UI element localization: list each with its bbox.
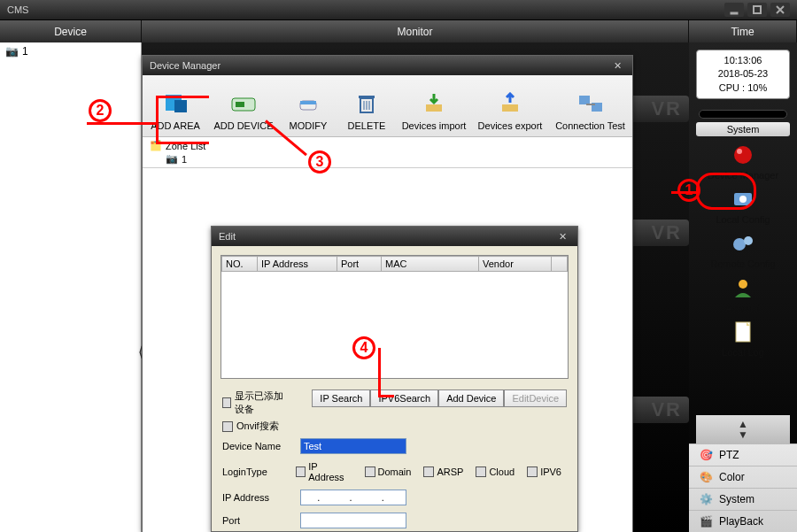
tab-monitor[interactable]: Monitor <box>142 20 689 42</box>
dialog-close-button[interactable]: ✕ <box>609 58 625 73</box>
tree-root-item[interactable]: 📷 1 <box>0 42 141 60</box>
close-button[interactable] <box>770 3 790 17</box>
system-section-label: System <box>696 122 790 136</box>
add-device-button[interactable]: ADD DEVICE <box>208 85 279 136</box>
zone-list-item[interactable]: 📷1 <box>150 152 625 166</box>
svg-rect-1 <box>754 6 761 13</box>
import-icon <box>401 89 467 119</box>
add-area-button[interactable]: ADD AREA <box>143 85 208 136</box>
export-icon <box>477 89 543 119</box>
device-icon: 📷 <box>166 153 178 165</box>
document-icon <box>729 319 757 345</box>
clock-box: 10:13:06 2018-05-23 CPU : 10% <box>696 50 790 99</box>
bottom-item-ptz[interactable]: 🎯PTZ <box>689 443 797 466</box>
dialog-title: Device Manager <box>150 60 221 71</box>
edit-device-button: EditDevice <box>504 389 567 407</box>
account-icon <box>729 274 757 301</box>
chevron-down-icon: ▼ <box>738 429 748 440</box>
top-tabs: Device Monitor Time <box>0 19 797 42</box>
svg-point-6 <box>733 238 746 251</box>
ip-address-input[interactable] <box>300 490 406 505</box>
minimize-button[interactable] <box>724 3 744 17</box>
svg-rect-22 <box>502 104 518 112</box>
color-icon: 🎨 <box>698 469 714 485</box>
login-type-arsp[interactable]: ARSP <box>423 466 463 477</box>
add-device-button-small[interactable]: Add Device <box>438 389 504 407</box>
tab-time[interactable]: Time <box>689 20 797 42</box>
system-icon: ⚙️ <box>698 491 714 507</box>
annotation-1: 1 <box>677 179 700 202</box>
clock-date: 2018-05-23 <box>699 67 787 81</box>
annotation-4: 4 <box>352 336 375 359</box>
svg-point-2 <box>734 146 752 164</box>
clock-cpu: CPU : 10% <box>699 81 787 95</box>
login-type-ipv6[interactable]: IPV6 <box>527 466 561 477</box>
trash-icon <box>343 89 391 119</box>
login-type-domain[interactable]: Domain <box>365 466 412 477</box>
col-no[interactable]: NO. <box>222 257 258 272</box>
app-titlebar: CMS <box>0 0 797 19</box>
playback-icon: 🎬 <box>698 513 714 529</box>
col-ip[interactable]: IP Address <box>258 257 337 272</box>
red-ball-icon <box>729 142 757 168</box>
bottom-item-system[interactable]: ⚙️System <box>689 488 797 510</box>
svg-point-8 <box>739 280 747 289</box>
device-manager-toolbar: ADD AREA ADD DEVICE MODIFY DELETE Device… <box>143 75 632 137</box>
checkbox-onvif[interactable] <box>222 421 233 432</box>
svg-rect-0 <box>731 12 738 14</box>
annotation-2: 2 <box>89 99 112 122</box>
right-sidebar: 10:13:06 2018-05-23 CPU : 10% System Dev… <box>689 42 797 532</box>
bottom-item-playback[interactable]: 🎬PlayBack <box>689 510 797 532</box>
svg-rect-17 <box>359 96 375 98</box>
annotation-1-ring <box>696 173 756 210</box>
add-device-icon <box>213 89 274 119</box>
device-name-input[interactable] <box>300 438 406 454</box>
device-name-label: Device Name <box>222 441 293 451</box>
login-type-ip[interactable]: IP Address <box>296 461 352 482</box>
scroll-arrows[interactable]: ▲ ▼ <box>696 415 790 443</box>
checkbox-show-added[interactable] <box>222 397 231 408</box>
search-results-table[interactable]: NO. IP Address Port MAC Vendor <box>221 255 569 379</box>
sidebar-item-local-log[interactable]: Local Log <box>696 317 790 359</box>
col-port[interactable]: Port <box>337 257 382 272</box>
devices-import-button[interactable]: Devices import <box>396 85 472 136</box>
port-input[interactable] <box>300 513 406 528</box>
devices-export-button[interactable]: Devices export <box>472 85 548 136</box>
login-type-label: LoginType <box>222 466 289 477</box>
separator <box>699 110 787 119</box>
connection-test-button[interactable]: Connection Test <box>548 85 632 136</box>
col-mac[interactable]: MAC <box>382 257 479 272</box>
edit-titlebar[interactable]: Edit ✕ <box>212 227 577 246</box>
sidebar-item-remote-config[interactable]: Remote Config <box>696 228 790 271</box>
login-type-cloud[interactable]: Cloud <box>476 466 515 477</box>
sidebar-item-account[interactable]: Account <box>696 273 790 315</box>
bottom-item-color[interactable]: 🎨Color <box>689 466 797 488</box>
svg-rect-11 <box>174 100 187 112</box>
zone-list-root[interactable]: 🗂️Zone List <box>150 139 625 152</box>
tab-device[interactable]: Device <box>0 20 142 42</box>
delete-button[interactable]: DELETE <box>337 85 396 136</box>
app-title: CMS <box>7 4 28 15</box>
port-label: Port <box>222 515 293 526</box>
svg-rect-13 <box>236 102 244 107</box>
svg-rect-23 <box>579 96 590 104</box>
eraser-icon <box>284 89 332 119</box>
maximize-button[interactable] <box>747 3 767 17</box>
zone-list: 🗂️Zone List 📷1 <box>143 137 632 168</box>
annotation-3: 3 <box>308 150 331 173</box>
svg-rect-21 <box>426 104 442 112</box>
edit-close-button[interactable]: ✕ <box>554 229 570 243</box>
device-tree-panel: 📷 1 ⟨ <box>0 42 142 532</box>
svg-point-7 <box>744 236 753 245</box>
dialog-titlebar[interactable]: Device Manager ✕ <box>143 56 632 75</box>
clock-time: 10:13:06 <box>699 54 787 67</box>
modify-button[interactable]: MODIFY <box>279 85 337 136</box>
remote-icon <box>729 230 757 257</box>
col-blank <box>552 257 568 272</box>
ptz-icon: 🎯 <box>698 447 714 463</box>
connection-icon <box>553 89 627 119</box>
ip-search-button[interactable]: IP Search <box>312 389 370 407</box>
col-vendor[interactable]: Vendor <box>479 257 552 272</box>
edit-dialog: Edit ✕ NO. IP Address Port MAC Vendor 显示… <box>211 226 578 532</box>
svg-rect-15 <box>300 101 316 104</box>
